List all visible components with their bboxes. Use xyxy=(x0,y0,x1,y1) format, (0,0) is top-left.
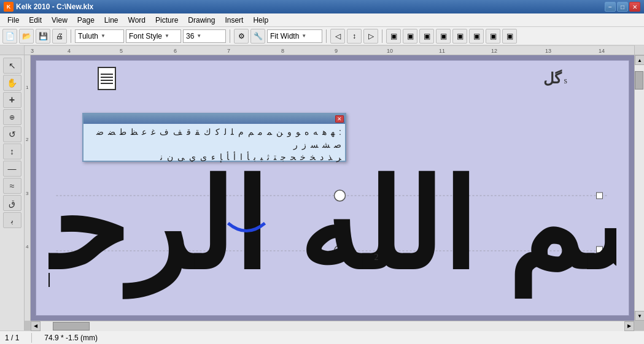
char-item[interactable]: ﺄ xyxy=(246,151,250,162)
char-item[interactable]: ﺤ xyxy=(289,151,297,162)
char-item[interactable]: : xyxy=(338,126,343,137)
menu-edit[interactable]: Edit xyxy=(24,15,47,26)
char-item[interactable]: ﻥ xyxy=(166,151,174,162)
scroll-left-button[interactable]: ◀ xyxy=(31,321,41,331)
menu-file[interactable]: File xyxy=(2,15,24,26)
tool-btn-2[interactable]: ▣ xyxy=(403,29,417,44)
char-item[interactable]: ﻯ xyxy=(199,151,208,162)
tool-wave[interactable]: ≈ xyxy=(3,178,21,194)
char-item[interactable]: ﻛ xyxy=(214,126,221,137)
char-item[interactable]: ﺄ xyxy=(225,151,230,162)
char-item[interactable]: ﺯ xyxy=(301,139,308,150)
char-item[interactable]: ﻗ xyxy=(185,126,192,137)
tool-rotate[interactable]: ↺ xyxy=(3,126,21,142)
scroll-h-track[interactable] xyxy=(41,321,624,331)
tool-select[interactable]: ↖ xyxy=(3,58,21,74)
char-item[interactable]: ﻫ xyxy=(321,126,328,137)
char-item[interactable]: ﺬ xyxy=(327,151,333,162)
minimize-button[interactable]: − xyxy=(605,2,616,12)
scrollbar-vertical[interactable]: ▲ ▼ xyxy=(634,55,644,321)
char-item[interactable]: ﺃ xyxy=(232,151,237,162)
tool-arabic-2[interactable]: ﺑ xyxy=(3,212,21,228)
fit-mode-dropdown[interactable]: Fit Width ▼ xyxy=(267,29,322,43)
char-item[interactable]: ﺨ xyxy=(309,151,317,162)
char-item[interactable]: ﺈ xyxy=(219,151,223,162)
menu-view[interactable]: View xyxy=(47,15,72,26)
char-item[interactable]: ﻡ xyxy=(237,126,245,137)
char-item[interactable]: ﺘ xyxy=(273,151,277,162)
tool-zoom-out[interactable]: ⊕ xyxy=(3,109,21,125)
menu-line[interactable]: Line xyxy=(99,15,123,26)
char-item[interactable]: ﺩ xyxy=(319,151,325,162)
char-item[interactable]: ﺻ xyxy=(333,139,343,150)
page-canvas[interactable]: s گل ✕ : ﻬ ﻫ ﻪ xyxy=(36,60,629,316)
char-item[interactable]: ﻩ xyxy=(303,126,310,137)
char-item[interactable]: ﻮ xyxy=(295,126,301,137)
char-item[interactable]: ﻋ xyxy=(141,126,148,137)
char-item[interactable]: ﻰ xyxy=(176,151,186,162)
char-item[interactable]: ﻑ xyxy=(158,126,170,137)
tool-pan[interactable]: ✋ xyxy=(3,75,21,91)
menu-help[interactable]: Help xyxy=(248,15,273,26)
tool-btn-1[interactable]: ▣ xyxy=(386,29,401,44)
char-item[interactable]: ﻣ xyxy=(257,126,264,137)
char-item[interactable]: ﻏ xyxy=(150,126,157,137)
tool-btn-3[interactable]: ▣ xyxy=(419,29,434,44)
scroll-right-button[interactable]: ▶ xyxy=(624,321,634,331)
char-item[interactable]: ﻢ xyxy=(247,126,255,137)
font-name-dropdown[interactable]: Tuluth ▼ xyxy=(75,29,124,43)
tool-btn-6[interactable]: ▣ xyxy=(469,29,484,44)
char-item[interactable]: ﺮ xyxy=(335,151,343,162)
char-item[interactable]: ﻘ xyxy=(194,126,201,137)
char-item[interactable]: ﻭ xyxy=(286,126,293,137)
menu-drawing[interactable]: Drawing xyxy=(183,15,220,26)
maximize-button[interactable]: □ xyxy=(617,2,628,12)
char-item[interactable]: ﺴ xyxy=(309,139,319,150)
new-button[interactable]: 📄 xyxy=(2,29,17,44)
char-item[interactable]: ﻃ xyxy=(118,126,128,137)
char-item[interactable]: ﺧ xyxy=(299,151,307,162)
font-size-dropdown[interactable]: 36 ▼ xyxy=(183,29,226,43)
scroll-thumb[interactable] xyxy=(635,71,643,90)
char-item[interactable]: ﻬ xyxy=(330,126,336,137)
char-item[interactable]: ﺛ xyxy=(266,151,271,162)
scroll-h-thumb[interactable] xyxy=(53,322,90,331)
menu-insert[interactable]: Insert xyxy=(220,15,248,26)
tool-btn-4[interactable]: ▣ xyxy=(436,29,451,44)
char-item[interactable]: ﻧ xyxy=(159,151,164,162)
tool-line[interactable]: — xyxy=(3,161,21,177)
char-item[interactable]: ﻟ xyxy=(223,126,228,137)
tool-zoom-in[interactable]: + xyxy=(3,92,21,108)
save-button[interactable]: 💾 xyxy=(36,29,50,44)
char-item[interactable]: ﻦ xyxy=(275,126,284,137)
canvas-bg[interactable]: 1 2 3 4 xyxy=(25,55,634,321)
char-item[interactable]: ﻪ xyxy=(312,126,319,137)
print-button[interactable]: 🖨 xyxy=(52,29,67,44)
char-item[interactable]: ﺑ xyxy=(252,151,257,162)
scroll-track[interactable] xyxy=(635,65,644,311)
char-item[interactable]: ﺍ xyxy=(239,151,244,162)
scrollbar-horizontal[interactable]: ◀ ▶ xyxy=(31,321,634,331)
settings-button[interactable]: ⚙ xyxy=(234,29,249,44)
char-item[interactable]: ﺒ xyxy=(259,151,264,162)
menu-page[interactable]: Page xyxy=(72,15,99,26)
font-style-dropdown[interactable]: Font Style ▼ xyxy=(126,29,181,43)
char-item[interactable]: ﻈ xyxy=(130,126,139,137)
nav-prev-button[interactable]: ◁ xyxy=(330,29,345,44)
char-palette-close-button[interactable]: ✕ xyxy=(335,115,344,123)
char-item[interactable]: ﺟ xyxy=(279,151,287,162)
char-item[interactable]: ﻒ xyxy=(172,126,184,137)
char-item[interactable]: ﻀ xyxy=(107,126,117,137)
tool-btn-5[interactable]: ▣ xyxy=(452,29,467,44)
scroll-down-button[interactable]: ▼ xyxy=(635,311,644,321)
tool-flip[interactable]: ↕ xyxy=(3,143,21,159)
char-item[interactable]: ﻙ xyxy=(203,126,212,137)
menu-word[interactable]: Word xyxy=(123,15,150,26)
menu-picture[interactable]: Picture xyxy=(150,15,183,26)
char-item[interactable]: ﺸ xyxy=(321,139,331,150)
scroll-up-button[interactable]: ▲ xyxy=(635,55,644,65)
char-item[interactable]: ﻤ xyxy=(266,126,273,137)
char-item[interactable]: ﻠ xyxy=(230,126,235,137)
char-item[interactable]: ﺀ xyxy=(210,151,217,162)
char-item[interactable]: ﺭ xyxy=(292,139,299,150)
